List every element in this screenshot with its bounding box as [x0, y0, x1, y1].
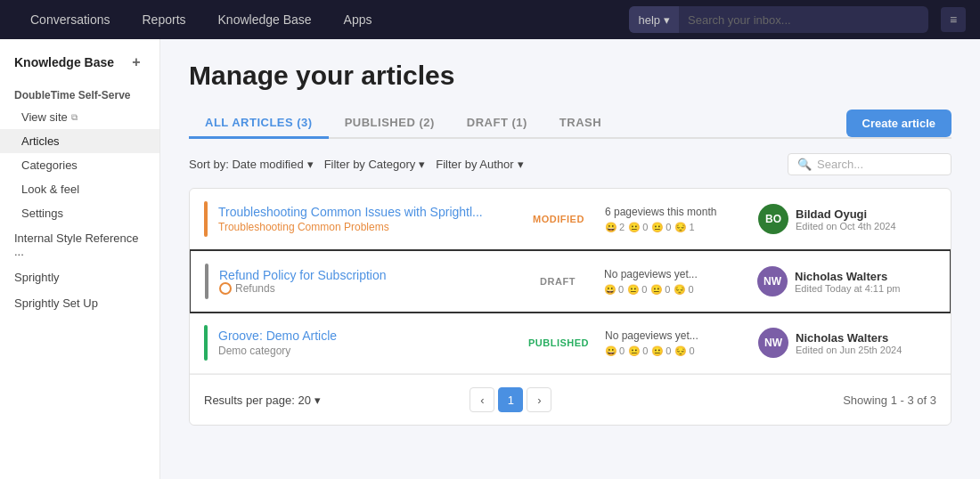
article-status-bar [205, 264, 208, 299]
filter-author-chevron: ▾ [518, 158, 524, 171]
author-section: BO Bildad Oyugi Edited on Oct 4th 2024 [758, 204, 936, 234]
sidebar-sprightly-setup[interactable]: Sprightly Set Up [0, 290, 159, 316]
author-name: Bildad Oyugi [796, 207, 896, 221]
emoji-count: 0 [665, 284, 670, 295]
avatar: BO [758, 204, 788, 234]
emoji-group: 😀 0 [604, 284, 624, 296]
filter-category-dropdown[interactable]: Filter by Category ▾ [324, 158, 426, 171]
emoji-group: 😀 0 [605, 345, 625, 357]
tab-all-articles[interactable]: All Articles (3) [189, 109, 329, 139]
sort-by-label: Sort by: Date modified [189, 158, 304, 171]
author-info: Bildad Oyugi Edited on Oct 4th 2024 [796, 207, 896, 231]
circle-icon [219, 282, 232, 295]
sidebar: Knowledge Base + DoubleTime Self-Serve V… [0, 39, 160, 479]
pageviews-section: No pageviews yet... 😀 0 😐 0 😐 0 😔 0 [604, 268, 747, 296]
sidebar-view-site[interactable]: View site ⧉ [0, 105, 159, 129]
article-category-badge: Refunds [219, 282, 511, 295]
emoji-count: 0 [642, 222, 648, 232]
next-page-button[interactable]: › [527, 387, 551, 412]
table-row[interactable]: Troubleshooting Common Issues with Sprig… [190, 189, 951, 250]
emoji-icon: 😐 [651, 345, 664, 357]
sidebar-categories[interactable]: Categories [0, 153, 159, 177]
sidebar-add-button[interactable]: + [127, 53, 145, 71]
emoji-count: 0 [688, 284, 693, 295]
article-title: Troubleshooting Common Issues with Sprig… [218, 205, 512, 219]
table-row[interactable]: Refund Policy for Subscription Refunds D… [189, 249, 951, 313]
author-name: Nicholas Walters [795, 270, 900, 283]
article-search-input[interactable] [817, 158, 942, 171]
nav-reports[interactable]: Reports [127, 0, 202, 39]
emoji-count: 0 [641, 284, 647, 295]
emoji-group: 😐 0 [627, 284, 647, 296]
emoji-icon: 😀 [605, 222, 617, 233]
emoji-count: 0 [666, 345, 671, 356]
main-content: Manage your articles All Articles (3) Pu… [160, 39, 980, 479]
current-page-button[interactable]: 1 [498, 387, 523, 412]
create-article-button[interactable]: Create article [846, 110, 951, 137]
sidebar-internal-style[interactable]: Internal Style Reference ... [0, 225, 159, 264]
search-prefix[interactable]: help ▾ [629, 6, 679, 33]
sidebar-articles[interactable]: Articles [0, 129, 159, 153]
emoji-icon: 😐 [627, 284, 640, 296]
emoji-group: 😐 0 [651, 345, 671, 357]
articles-list: Troubleshooting Common Issues with Sprig… [189, 188, 951, 426]
tab-published[interactable]: Published (2) [329, 109, 451, 139]
view-site-label: View site [21, 110, 68, 124]
sidebar-section-title: DoubleTime Self-Serve [0, 82, 159, 105]
author-section: NW Nicholas Walters Edited on Jun 25th 2… [758, 328, 936, 358]
emoji-group: 😐 0 [628, 222, 648, 233]
nav-conversations[interactable]: Conversations [14, 0, 127, 39]
sidebar-title: Knowledge Base [14, 55, 114, 69]
sidebar-settings[interactable]: Settings [0, 201, 159, 225]
table-row[interactable]: Groove: Demo Article Demo category PUBLI… [190, 313, 951, 374]
tab-trash[interactable]: Trash [543, 109, 617, 139]
filters-row: Sort by: Date modified ▾ Filter by Categ… [189, 153, 951, 175]
tab-actions: Create article [846, 110, 951, 137]
sidebar-sprightly[interactable]: Sprightly [0, 264, 159, 290]
emoji-icon: 😔 [674, 284, 686, 296]
avatar: NW [757, 266, 788, 296]
emoji-group: 😀 2 [605, 222, 625, 233]
filter-author-dropdown[interactable]: Filter by Author ▾ [436, 158, 523, 171]
article-title: Refund Policy for Subscription [219, 268, 511, 282]
emoji-row: 😀 0 😐 0 😐 0 😔 0 [604, 284, 747, 296]
article-info: Refund Policy for Subscription Refunds [219, 268, 511, 295]
external-link-icon: ⧉ [71, 112, 78, 123]
prev-page-button[interactable]: ‹ [470, 387, 494, 412]
per-page-chevron: ▾ [314, 394, 321, 407]
per-page-label: Results per page: 20 [204, 394, 311, 407]
article-title: Groove: Demo Article [218, 329, 512, 343]
article-status-bar [204, 201, 208, 237]
nav-apps[interactable]: Apps [328, 0, 388, 39]
article-status-bar [204, 325, 208, 361]
articles-label: Articles [21, 134, 60, 148]
filter-category-chevron: ▾ [419, 158, 425, 171]
author-edit-time: Edited Today at 4:11 pm [795, 283, 900, 294]
tab-draft[interactable]: Draft (1) [451, 109, 543, 139]
nav-knowledge-base[interactable]: Knowledge Base [202, 0, 328, 39]
emoji-icon: 😔 [674, 222, 687, 233]
sidebar-header: Knowledge Base + [0, 53, 159, 82]
sort-by-chevron: ▾ [307, 158, 314, 171]
filter-icon[interactable]: ≡ [941, 7, 966, 32]
emoji-group: 😔 0 [674, 345, 694, 357]
emoji-icon: 😀 [604, 284, 617, 296]
pageviews-section: No pageviews yet... 😀 0 😐 0 😐 0 😔 0 [605, 329, 747, 357]
status-badge: PUBLISHED [523, 337, 594, 348]
search-input[interactable] [679, 13, 928, 27]
sidebar-look-feel[interactable]: Look & feel [0, 177, 159, 201]
sort-by-dropdown[interactable]: Sort by: Date modified ▾ [189, 158, 314, 171]
avatar: NW [758, 328, 788, 358]
emoji-row: 😀 2 😐 0 😐 0 😔 1 [605, 222, 747, 233]
emoji-count: 0 [618, 284, 624, 295]
categories-label: Categories [21, 158, 78, 172]
status-badge: MODIFIED [523, 214, 594, 224]
emoji-group: 😔 1 [674, 222, 694, 233]
emoji-count: 0 [689, 345, 694, 356]
results-per-page[interactable]: Results per page: 20 ▾ [204, 394, 321, 407]
emoji-count: 1 [689, 222, 694, 232]
emoji-group: 😐 0 [650, 284, 670, 296]
emoji-icon: 😀 [605, 345, 617, 357]
emoji-icon: 😐 [628, 345, 641, 357]
emoji-count: 0 [619, 345, 625, 356]
